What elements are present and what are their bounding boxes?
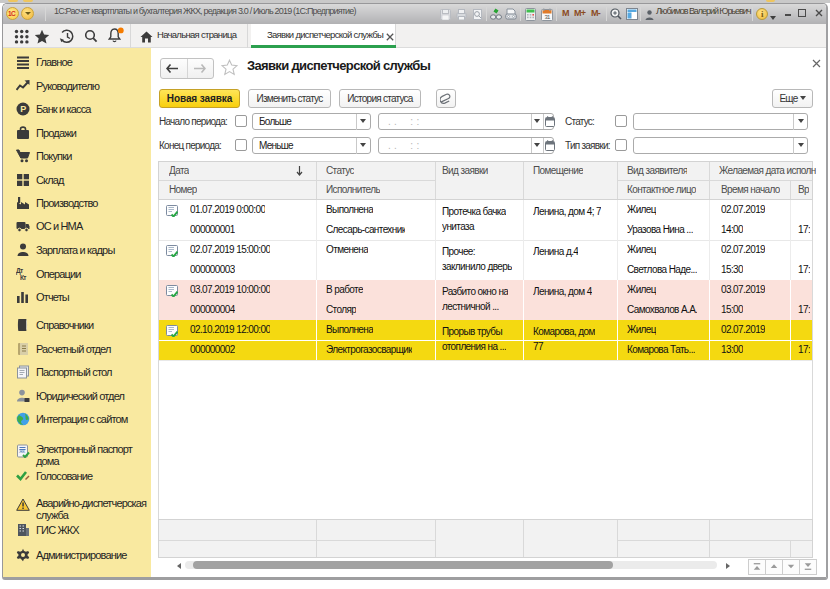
svg-text:Р: Р [20, 104, 26, 114]
svg-text:Кт: Кт [20, 274, 26, 281]
